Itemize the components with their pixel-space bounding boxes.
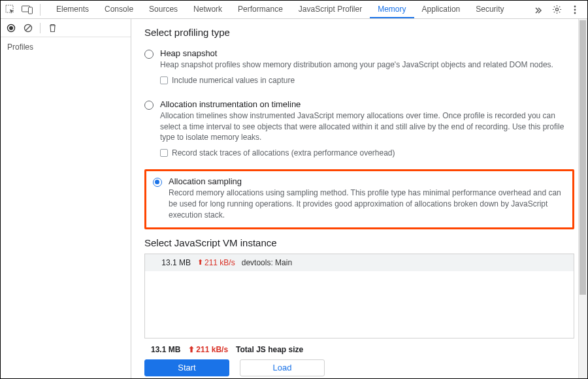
sidebar-section-profiles: Profiles — [1, 37, 131, 57]
summary-label: Total JS heap size — [236, 345, 303, 354]
vm-mem: 13.1 MB — [152, 258, 191, 267]
sidebar-toolbar — [1, 19, 131, 37]
sub-label: Include numerical values in capture — [172, 76, 295, 85]
svg-point-5 — [574, 8, 576, 10]
vm-row[interactable]: 13.1 MB ⬆ 211 kB/s devtools: Main — [145, 254, 574, 271]
summary-mem: 13.1 MB — [151, 345, 180, 354]
inspect-icon[interactable] — [3, 3, 18, 17]
option-sub[interactable]: Include numerical values in capture — [160, 76, 574, 85]
profiling-heading: Select profiling type — [144, 27, 574, 38]
up-arrow-icon: ⬆ — [188, 345, 195, 354]
option-allocation-timeline[interactable]: Allocation instrumentation on timeline A… — [144, 97, 574, 160]
tab-network[interactable]: Network — [186, 1, 230, 18]
main-split: Profiles Select profiling type Heap snap… — [1, 19, 587, 378]
device-toggle-icon[interactable] — [20, 3, 35, 17]
delete-icon[interactable] — [47, 23, 57, 33]
sidebar: Profiles — [1, 19, 131, 378]
settings-gear-icon[interactable] — [549, 3, 564, 17]
devtools-tabs: Elements Console Sources Network Perform… — [48, 1, 529, 18]
svg-rect-2 — [29, 7, 33, 14]
content-pane: Select profiling type Heap snapshot Heap… — [131, 19, 587, 378]
option-title: Allocation sampling — [169, 176, 566, 186]
record-icon[interactable] — [6, 23, 16, 33]
checkbox-icon[interactable] — [160, 149, 168, 157]
devtools-topbar: Elements Console Sources Network Perform… — [1, 1, 587, 19]
tab-sources[interactable]: Sources — [141, 1, 186, 18]
kebab-menu-icon[interactable] — [568, 3, 582, 17]
action-row: Start Load — [144, 359, 574, 378]
vm-heading: Select JavaScript VM instance — [144, 237, 574, 248]
option-heap-snapshot[interactable]: Heap snapshot Heap snapshot profiles sho… — [144, 46, 574, 88]
vm-list: 13.1 MB ⬆ 211 kB/s devtools: Main — [144, 254, 574, 338]
checkbox-icon[interactable] — [160, 76, 168, 84]
scrollbar-thumb[interactable] — [580, 20, 586, 295]
svg-point-4 — [574, 5, 576, 7]
vm-name: devtools: Main — [242, 258, 292, 267]
vm-rate: ⬆ 211 kB/s — [197, 258, 235, 267]
svg-line-10 — [26, 25, 31, 30]
up-arrow-icon: ⬆ — [197, 258, 203, 267]
option-desc: Record memory allocations using sampling… — [169, 188, 566, 220]
option-title: Allocation instrumentation on timeline — [160, 99, 574, 109]
svg-point-3 — [555, 8, 558, 10]
vm-summary: 13.1 MB ⬆ 211 kB/s Total JS heap size — [144, 338, 574, 359]
load-button[interactable]: Load — [240, 359, 325, 376]
tab-console[interactable]: Console — [97, 1, 141, 18]
svg-point-6 — [574, 12, 576, 14]
sub-label: Record stack traces of allocations (extr… — [172, 148, 395, 157]
scrollbar[interactable] — [578, 19, 587, 378]
clear-icon[interactable] — [23, 23, 33, 33]
tab-application[interactable]: Application — [414, 1, 468, 18]
option-title: Heap snapshot — [160, 48, 574, 58]
highlighted-option-box: Allocation sampling Record memory alloca… — [144, 169, 574, 229]
tab-jsprofiler[interactable]: JavaScript Profiler — [291, 1, 370, 18]
radio-icon[interactable] — [144, 101, 154, 110]
vm-section: Select JavaScript VM instance 13.1 MB ⬆ … — [144, 237, 574, 378]
option-desc: Heap snapshot profiles show memory distr… — [160, 59, 574, 71]
more-tabs-icon[interactable] — [531, 3, 546, 17]
radio-icon[interactable] — [144, 50, 154, 59]
start-button[interactable]: Start — [144, 359, 229, 376]
summary-rate: ⬆ 211 kB/s — [188, 345, 228, 354]
radio-icon[interactable] — [153, 178, 162, 187]
tab-performance[interactable]: Performance — [230, 1, 291, 18]
svg-point-8 — [9, 26, 13, 30]
tab-memory[interactable]: Memory — [370, 1, 414, 18]
option-desc: Allocation timelines show instrumented J… — [160, 110, 574, 143]
tab-elements[interactable]: Elements — [48, 1, 97, 18]
option-sub[interactable]: Record stack traces of allocations (extr… — [160, 148, 574, 157]
option-allocation-sampling[interactable]: Allocation sampling Record memory alloca… — [153, 176, 566, 220]
tab-security[interactable]: Security — [468, 1, 512, 18]
